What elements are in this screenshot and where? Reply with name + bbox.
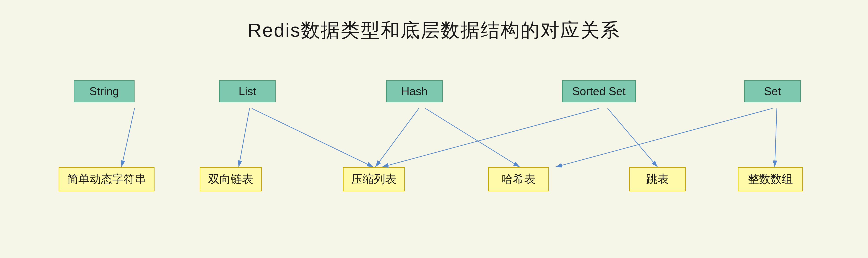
svg-line-1 xyxy=(122,108,134,167)
svg-line-7 xyxy=(608,108,657,167)
svg-line-4 xyxy=(375,108,419,167)
node-list: List xyxy=(219,80,276,102)
node-sds: 简单动态字符串 xyxy=(59,167,155,191)
svg-line-9 xyxy=(775,108,777,167)
node-hash: Hash xyxy=(386,80,443,102)
node-ziplist: 压缩列表 xyxy=(343,167,405,191)
diagram-area: String List Hash Sorted Set Set 简单动态字符串 … xyxy=(0,52,868,247)
node-sorted-set: Sorted Set xyxy=(562,80,636,102)
svg-line-8 xyxy=(556,108,773,167)
svg-line-5 xyxy=(425,108,520,167)
svg-line-2 xyxy=(239,108,250,167)
node-string: String xyxy=(74,80,134,102)
node-hashtable: 哈希表 xyxy=(488,167,549,191)
page-title: Redis数据类型和底层数据结构的对应关系 xyxy=(0,0,868,43)
node-linkedlist: 双向链表 xyxy=(199,167,262,191)
svg-line-6 xyxy=(382,108,599,167)
node-set: Set xyxy=(744,80,801,102)
node-intset: 整数数组 xyxy=(738,167,803,191)
node-skiplist: 跳表 xyxy=(629,167,686,191)
svg-line-3 xyxy=(252,108,373,167)
